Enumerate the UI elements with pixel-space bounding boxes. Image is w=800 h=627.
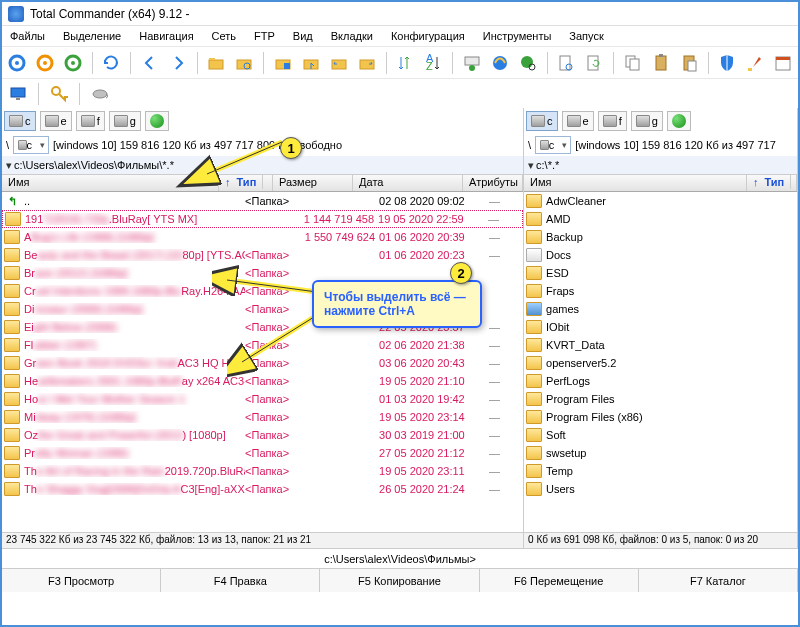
right-drive-combo-row: \ c [windows 10] 159 816 120 Кб из 497 7… <box>524 134 797 156</box>
menu-selection[interactable]: Выделение <box>59 28 125 44</box>
col-attr[interactable]: Атрибуты <box>463 175 523 191</box>
file-row[interactable]: IObit <box>524 318 797 336</box>
folder-blue-icon[interactable] <box>272 51 294 75</box>
ie-icon[interactable] <box>489 51 511 75</box>
file-row[interactable]: The Art of Racing in the Rain 2019.720p.… <box>2 462 523 480</box>
folder-icon <box>526 266 542 280</box>
right-col-headers[interactable]: Имя ↑Тип <box>524 174 797 192</box>
drive-e-left[interactable]: e <box>40 111 72 131</box>
back-icon[interactable] <box>139 51 161 75</box>
menu-ftp[interactable]: FTP <box>250 28 279 44</box>
drive-c-left[interactable]: c <box>4 111 36 131</box>
svg-point-3 <box>43 61 47 65</box>
left-drives: c e f g <box>2 108 523 134</box>
file-row[interactable]: Backup <box>524 228 797 246</box>
file-row[interactable]: The Shaggy Dog[2006]DvDrip AC3[Eng]-aXXo… <box>2 480 523 498</box>
file-row[interactable]: AdwCleaner <box>524 192 797 210</box>
file-row[interactable]: Midway (1976) [1080p]<Папка>19 05 2020 2… <box>2 408 523 426</box>
file-row[interactable]: Oz the Great and Powerful (2013) [1080p]… <box>2 426 523 444</box>
f7-mkdir[interactable]: F7 Каталог <box>639 569 798 592</box>
f3-view[interactable]: F3 Просмотр <box>2 569 161 592</box>
f5-copy[interactable]: F5 Копирование <box>320 569 479 592</box>
folder-search-icon[interactable] <box>233 51 255 75</box>
doc-refresh-icon[interactable] <box>583 51 605 75</box>
drive-net-right[interactable] <box>667 111 691 131</box>
globe-search-icon[interactable] <box>517 51 539 75</box>
svg-point-18 <box>469 65 475 71</box>
menu-tools[interactable]: Инструменты <box>479 28 556 44</box>
drive-f-right[interactable]: f <box>598 111 627 131</box>
key-icon[interactable] <box>47 82 71 106</box>
doc-search-icon[interactable] <box>555 51 577 75</box>
file-row[interactable]: swsetup <box>524 444 797 462</box>
drive-e-right[interactable]: e <box>562 111 594 131</box>
folder-arrow-icon[interactable] <box>300 51 322 75</box>
file-row[interactable]: Pretty Woman (1990)<Папка>27 05 2020 21:… <box>2 444 523 462</box>
file-row[interactable]: games <box>524 300 797 318</box>
gear-blue-icon[interactable] <box>6 51 28 75</box>
gear-green-icon[interactable] <box>62 51 84 75</box>
right-path[interactable]: ▾c:\*.* <box>524 156 797 174</box>
left-drive-combo[interactable]: c <box>13 136 49 154</box>
calendar-icon[interactable] <box>772 51 794 75</box>
col-date[interactable]: Дата <box>353 175 463 191</box>
monitor-icon[interactable] <box>6 82 30 106</box>
menu-config[interactable]: Конфигурация <box>387 28 469 44</box>
paste-icon[interactable] <box>678 51 700 75</box>
sort-blue-icon[interactable] <box>394 51 416 75</box>
folder-icon <box>526 212 542 226</box>
drive-c-right[interactable]: c <box>526 111 558 131</box>
col-type-r[interactable]: ↑Тип <box>747 175 797 191</box>
file-row[interactable]: openserver5.2 <box>524 354 797 372</box>
drive-f-left[interactable]: f <box>76 111 105 131</box>
drive-g-right[interactable]: g <box>631 111 663 131</box>
file-row[interactable]: How I Met Your Mother Season 1<Папка>01 … <box>2 390 523 408</box>
f6-move[interactable]: F6 Перемещение <box>480 569 639 592</box>
menu-run[interactable]: Запуск <box>565 28 607 44</box>
folder-icon <box>526 428 542 442</box>
file-row[interactable]: A Bug's Life (1998) [1080p]1 550 749 624… <box>2 228 523 246</box>
col-name-r[interactable]: Имя <box>524 175 747 191</box>
brush-icon[interactable] <box>744 51 766 75</box>
refresh-icon[interactable] <box>100 51 122 75</box>
drive-g-left[interactable]: g <box>109 111 141 131</box>
gear-orange-icon[interactable] <box>34 51 56 75</box>
right-drive-info: [windows 10] 159 816 120 Кб из 497 717 <box>575 139 776 151</box>
file-row[interactable]: Temp <box>524 462 797 480</box>
plug-icon[interactable] <box>88 82 112 106</box>
menu-files[interactable]: Файлы <box>6 28 49 44</box>
menu-net[interactable]: Сеть <box>208 28 240 44</box>
file-row[interactable]: Users <box>524 480 797 498</box>
file-row[interactable]: Docs <box>524 246 797 264</box>
shield-icon[interactable] <box>716 51 738 75</box>
file-row[interactable]: Program Files (x86) <box>524 408 797 426</box>
menu-view[interactable]: Вид <box>289 28 317 44</box>
file-row[interactable]: PerfLogs <box>524 372 797 390</box>
file-row[interactable]: 1917(2019).720p.BluRay[ YTS MX]1 144 719… <box>2 210 523 228</box>
copy-icon[interactable] <box>622 51 644 75</box>
forward-icon[interactable] <box>167 51 189 75</box>
folder-icon <box>4 428 20 442</box>
file-row[interactable]: ESD <box>524 264 797 282</box>
f4-edit[interactable]: F4 Правка <box>161 569 320 592</box>
file-row[interactable]: KVRT_Data <box>524 336 797 354</box>
folder-icon <box>4 356 20 370</box>
right-drive-combo[interactable]: c <box>535 136 571 154</box>
folder-left-icon[interactable] <box>328 51 350 75</box>
file-row[interactable]: AMD <box>524 210 797 228</box>
right-file-list[interactable]: AdwCleanerAMDBackupDocsESDFrapsgamesIObi… <box>524 192 797 532</box>
svg-rect-30 <box>688 61 696 71</box>
ftp-icon[interactable] <box>461 51 483 75</box>
file-row[interactable]: Soft <box>524 426 797 444</box>
clipboard-icon[interactable] <box>650 51 672 75</box>
file-row[interactable]: Fraps <box>524 282 797 300</box>
menu-navigation[interactable]: Навигация <box>135 28 197 44</box>
folder-right-icon[interactable] <box>356 51 378 75</box>
svg-point-36 <box>52 87 60 95</box>
updir-row[interactable]: ↰ .. <Папка> 02 08 2020 09:02 — <box>2 192 523 210</box>
sort-az-icon[interactable]: AZ <box>422 51 444 75</box>
menu-tabs[interactable]: Вкладки <box>327 28 377 44</box>
folder-up-icon[interactable] <box>205 51 227 75</box>
file-row[interactable]: Program Files <box>524 390 797 408</box>
drive-net-left[interactable] <box>145 111 169 131</box>
